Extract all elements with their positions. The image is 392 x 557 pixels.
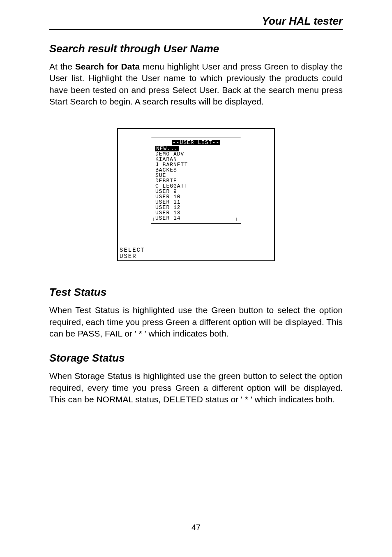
section3-body: When Storage Status is highlighted use t… bbox=[49, 370, 343, 405]
screen-title-text: --USER LIST-- bbox=[172, 140, 220, 145]
section2-body: When Test Status is highlighted use the … bbox=[49, 304, 343, 339]
screen-figure: --USER LIST-- NEW... DEMO ADV KIARAN J B… bbox=[49, 128, 343, 261]
section1-body: At the Search for Data menu highlight Us… bbox=[49, 61, 343, 107]
section1-prefix: At the bbox=[49, 62, 75, 71]
page-header: Your HAL tester bbox=[49, 15, 343, 30]
screen-title: --USER LIST-- bbox=[155, 140, 237, 145]
screen-inner: --USER LIST-- NEW... DEMO ADV KIARAN J B… bbox=[151, 137, 241, 224]
section3-title: Storage Status bbox=[49, 352, 343, 364]
section1-title: Search result through User Name bbox=[49, 42, 343, 55]
arrow-down-right-icon: ↓ bbox=[235, 217, 238, 222]
section1-bold: Search for Data bbox=[75, 62, 140, 71]
screen-label-line1: SELECT bbox=[120, 247, 145, 253]
arrow-down-left-icon: ↓ bbox=[152, 217, 155, 222]
page-number: 47 bbox=[0, 523, 392, 532]
screen-label-line2: USER bbox=[120, 253, 145, 260]
screen-outer-border: --USER LIST-- NEW... DEMO ADV KIARAN J B… bbox=[117, 128, 275, 261]
screen-item: USER 14 bbox=[155, 216, 237, 221]
screen-softkey-label: SELECT USER bbox=[120, 247, 145, 261]
section2-title: Test Status bbox=[49, 286, 343, 299]
screen-item: BACKES bbox=[155, 167, 237, 173]
